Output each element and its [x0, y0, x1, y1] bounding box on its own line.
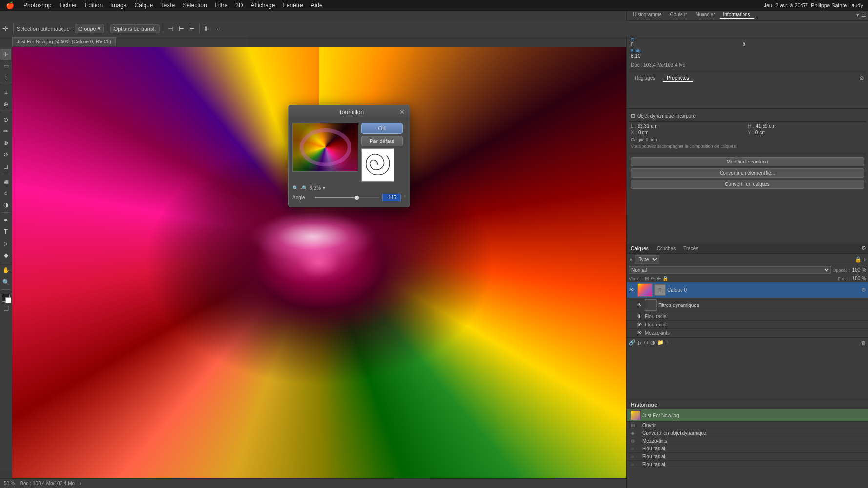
tool-type[interactable]: T	[0, 226, 11, 237]
tool-fg-color[interactable]	[2, 294, 10, 302]
toolbar-align-center-h[interactable]: ⊢	[177, 24, 186, 33]
history-item-3[interactable]: ⊛ Mezzo-tints	[627, 437, 868, 445]
layer-visibility-4[interactable]: 👁	[637, 330, 643, 336]
tool-select-rect[interactable]: ▭	[0, 61, 11, 71]
toolbar-align-right[interactable]: ⊢	[187, 24, 196, 33]
layer-visibility-3[interactable]: 👁	[637, 322, 643, 327]
layers-panel-icon[interactable]: ⚙	[861, 245, 866, 252]
dialog-default-btn[interactable]: Par défaut	[361, 136, 403, 146]
zoom-in-icon[interactable]: 🔍	[292, 185, 298, 191]
history-item-0[interactable]: Just For Now.jpg	[627, 409, 868, 422]
menu-edition[interactable]: Edition	[81, 2, 106, 9]
tool-clone[interactable]: ⊜	[0, 138, 11, 148]
menu-fichier[interactable]: Fichier	[55, 2, 81, 9]
menu-3d[interactable]: 3D	[231, 2, 247, 9]
layer-filter-select[interactable]: Type	[635, 255, 659, 264]
slider-thumb[interactable]	[355, 196, 359, 200]
tab-histogramme[interactable]: Histogramme	[629, 11, 665, 19]
history-item-5[interactable]: ○ Flou radial	[627, 453, 868, 461]
lock-paint[interactable]: ✏	[651, 276, 655, 281]
blend-mode-select[interactable]: Normal	[629, 266, 831, 274]
layer-fx-btn[interactable]: fx	[638, 340, 642, 346]
layer-visibility-0[interactable]: 👁	[629, 287, 636, 293]
layer-visibility-2[interactable]: 👁	[637, 313, 643, 319]
tool-dodge[interactable]: ◑	[0, 200, 11, 210]
tool-pen[interactable]: ✒	[0, 215, 11, 225]
layer-link-btn[interactable]: 🔗	[629, 339, 636, 346]
toolbar-more[interactable]: ···	[213, 24, 222, 33]
toolbar-group-select[interactable]: Groupe ▾	[75, 24, 104, 33]
document-tab[interactable]: Just For Now.jpg @ 50% (Calque 0, RVB/8)	[12, 37, 116, 46]
menu-texte[interactable]: Texte	[157, 2, 179, 9]
history-item-6[interactable]: ○ Flou radial	[627, 461, 868, 468]
tool-move[interactable]: ✛	[0, 49, 11, 60]
tool-zoom[interactable]: 🔍	[0, 277, 11, 287]
menu-image[interactable]: Image	[106, 2, 130, 9]
tab-couches[interactable]: Couches	[655, 245, 678, 252]
tab-couleur[interactable]: Couleur	[666, 11, 691, 19]
tool-quick-mask[interactable]: ◫	[0, 303, 11, 313]
menu-fenetre[interactable]: Fenêtre	[279, 2, 307, 9]
tool-brush[interactable]: ✏	[0, 126, 11, 137]
tab-calques[interactable]: Calques	[629, 245, 651, 252]
tab-traces[interactable]: Tracés	[682, 245, 700, 252]
tool-gradient[interactable]: ▦	[0, 176, 11, 187]
menu-selection[interactable]: Sélection	[179, 2, 210, 9]
layer-lock-all[interactable]: 🔒	[855, 256, 862, 263]
convert-layers-btn[interactable]: Convertir en calques	[631, 180, 864, 189]
tool-hand[interactable]: ✋	[0, 265, 11, 276]
dialog-main-preview[interactable]	[292, 123, 358, 172]
tab-informations[interactable]: Informations	[720, 11, 754, 19]
toolbar-distribute[interactable]: ⊫	[203, 24, 211, 33]
tool-blur[interactable]: ○	[0, 188, 11, 199]
menu-affichage[interactable]: Affichage	[247, 2, 279, 9]
panel-menu-icon[interactable]: ☰	[861, 12, 866, 18]
history-item-4[interactable]: ○ Flou radial	[627, 445, 868, 453]
layer-delete-btn[interactable]: 🗑	[861, 340, 866, 346]
tool-eyedropper[interactable]: ⊕	[0, 99, 11, 110]
layer-row-3[interactable]: 👁 Flou radial	[627, 321, 868, 329]
tool-spot-heal[interactable]: ⊙	[0, 114, 11, 125]
menu-calque[interactable]: Calque	[130, 2, 157, 9]
menu-filtre[interactable]: Filtre	[211, 2, 232, 9]
tab-reglages[interactable]: Réglages	[631, 74, 659, 82]
toolbar-align-left[interactable]: ⊣	[166, 24, 175, 33]
dialog-ok-btn[interactable]: OK	[361, 123, 403, 134]
layer-adj-btn[interactable]: ◑	[650, 339, 655, 346]
zoom-out-icon[interactable]: -🔍	[300, 185, 308, 191]
tool-shape[interactable]: ◆	[0, 250, 11, 261]
angle-slider[interactable]	[315, 197, 379, 198]
layer-mask-btn[interactable]: ⊙	[644, 339, 648, 346]
modify-content-btn[interactable]: Modifier le contenu	[631, 157, 864, 166]
tool-eraser[interactable]: ◻	[0, 161, 11, 172]
convert-linked-btn[interactable]: Convertir en élément lié...	[631, 168, 864, 178]
menu-photoshop[interactable]: Photoshop	[20, 2, 55, 9]
tab-nuancier[interactable]: Nuancier	[692, 11, 719, 19]
history-item-2[interactable]: ◈ Convertir en objet dynamique	[627, 429, 868, 437]
menu-aide[interactable]: Aide	[307, 2, 327, 9]
props-panel-icon[interactable]: ⚙	[859, 75, 864, 81]
layer-new-btn[interactable]: +	[666, 340, 669, 346]
toolbar-transform-options[interactable]: Options de transf.	[110, 24, 160, 33]
angle-input[interactable]	[382, 194, 401, 201]
layer-group-btn[interactable]: 📁	[657, 339, 664, 346]
layer-add-btn[interactable]: +	[863, 257, 866, 263]
tab-proprietes[interactable]: Propriétés	[663, 74, 693, 82]
layer-row-4[interactable]: 👁 Mezzo-tints	[627, 329, 868, 337]
dialog-close-icon[interactable]: ✕	[399, 108, 405, 116]
layer-row-2[interactable]: 👁 Flou radial	[627, 312, 868, 321]
layer-row-0[interactable]: 👁 ⊞ Calque 0 ⚙	[627, 282, 868, 298]
layer-row-1[interactable]: 👁 Filtres dynamiques	[627, 298, 868, 312]
layer-visibility-1[interactable]: 👁	[637, 302, 643, 308]
lock-all-icon[interactable]: 🔒	[662, 276, 668, 281]
panel-collapse-icon[interactable]: ▾	[856, 12, 859, 18]
zoom-dropdown[interactable]: ▾	[323, 185, 325, 191]
history-item-1[interactable]: ⊞ Ouvrir	[627, 422, 868, 429]
lock-position[interactable]: ✛	[657, 276, 661, 281]
layer-options-icon-0[interactable]: ⚙	[861, 287, 866, 293]
tool-crop[interactable]: ⌗	[0, 87, 11, 98]
lock-transparent[interactable]: ⊞	[645, 276, 649, 281]
tool-history-brush[interactable]: ↺	[0, 149, 11, 160]
tool-lasso[interactable]: ⌇	[0, 72, 11, 83]
apple-menu[interactable]: 🍎	[0, 1, 20, 9]
